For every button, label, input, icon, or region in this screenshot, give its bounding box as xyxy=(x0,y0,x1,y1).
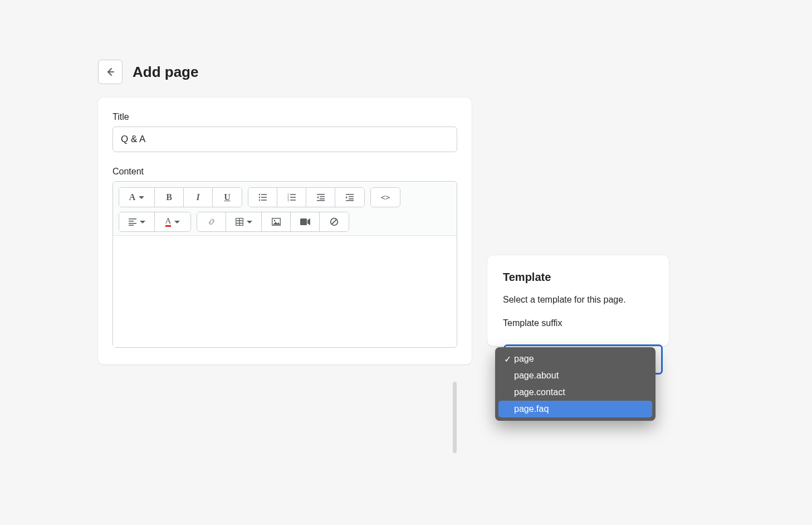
svg-point-29 xyxy=(273,220,275,222)
svg-rect-30 xyxy=(300,218,307,225)
arrow-left-icon xyxy=(105,66,116,77)
text-format-group: A B I U xyxy=(119,187,242,207)
svg-point-2 xyxy=(258,200,260,201)
page-title: Add page xyxy=(133,64,198,81)
svg-rect-16 xyxy=(346,194,354,195)
template-card: Template Select a template for this page… xyxy=(487,255,669,346)
svg-rect-21 xyxy=(129,221,134,222)
list-group: 123 xyxy=(248,187,365,207)
svg-rect-3 xyxy=(261,194,267,195)
template-card-title: Template xyxy=(503,271,653,284)
title-label: Title xyxy=(112,112,457,122)
editor-body[interactable] xyxy=(113,236,457,347)
dropdown-option-page-contact[interactable]: page.contact xyxy=(498,384,652,401)
numbered-list-button[interactable]: 123 xyxy=(277,188,306,207)
bold-icon: B xyxy=(166,192,172,202)
template-suffix-dropdown: ✓ page page.about page.contact page.faq xyxy=(495,347,656,421)
dropdown-option-label: page.faq xyxy=(514,404,549,414)
svg-rect-4 xyxy=(261,197,267,198)
bullet-list-icon xyxy=(258,193,267,202)
insert-group xyxy=(197,212,349,232)
numbered-list-icon: 123 xyxy=(287,193,296,202)
title-input[interactable] xyxy=(112,127,457,152)
svg-rect-19 xyxy=(346,200,354,201)
chevron-down-icon xyxy=(247,221,252,223)
link-button[interactable] xyxy=(197,212,226,231)
align-left-icon xyxy=(129,218,136,226)
underline-button[interactable]: U xyxy=(213,188,242,207)
chevron-down-icon xyxy=(174,221,180,223)
svg-rect-5 xyxy=(261,200,267,201)
italic-button[interactable]: I xyxy=(184,188,213,207)
scrollbar[interactable] xyxy=(453,382,457,453)
code-view-button[interactable]: <> xyxy=(371,188,400,207)
main-card: Title Content A B I xyxy=(98,98,472,364)
check-icon: ✓ xyxy=(503,354,512,364)
svg-rect-15 xyxy=(317,200,325,201)
back-button[interactable] xyxy=(98,60,123,84)
rich-text-editor: A B I U xyxy=(112,181,457,348)
code-group: <> xyxy=(370,187,400,207)
text-color-button[interactable]: A xyxy=(155,212,190,231)
table-button[interactable] xyxy=(226,212,262,231)
svg-rect-22 xyxy=(129,223,136,224)
svg-rect-10 xyxy=(290,197,296,198)
outdent-button[interactable] xyxy=(306,188,335,207)
svg-rect-17 xyxy=(349,196,354,197)
dropdown-option-page[interactable]: ✓ page xyxy=(498,351,652,367)
toolbar-row-1: A B I U xyxy=(119,187,451,207)
heading-icon: A xyxy=(129,192,136,202)
svg-rect-9 xyxy=(290,194,296,195)
text-color-icon: A xyxy=(165,217,172,227)
heading-button[interactable]: A xyxy=(119,188,155,207)
table-icon xyxy=(236,218,243,226)
chevron-down-icon xyxy=(140,221,145,223)
italic-icon: I xyxy=(196,192,199,202)
underline-icon: U xyxy=(224,192,231,202)
content-section: Content A B I xyxy=(112,167,457,348)
bold-button[interactable]: B xyxy=(155,188,184,207)
page-header: Add page xyxy=(98,60,198,84)
template-description: Select a template for this page. xyxy=(503,295,653,305)
svg-point-0 xyxy=(258,194,260,196)
code-icon: <> xyxy=(381,193,390,202)
svg-rect-12 xyxy=(317,194,325,195)
block-icon xyxy=(330,217,339,226)
indent-button[interactable] xyxy=(335,188,364,207)
video-icon xyxy=(300,218,310,225)
svg-point-1 xyxy=(258,197,260,198)
svg-rect-11 xyxy=(290,200,296,201)
svg-text:3: 3 xyxy=(287,198,289,202)
clear-format-button[interactable] xyxy=(320,212,349,231)
image-button[interactable] xyxy=(262,212,291,231)
svg-rect-23 xyxy=(129,225,134,226)
align-color-group: A xyxy=(119,212,191,232)
editor-toolbar: A B I U xyxy=(113,182,457,236)
image-icon xyxy=(272,218,281,226)
bullet-list-button[interactable] xyxy=(248,188,277,207)
align-button[interactable] xyxy=(119,212,155,231)
svg-line-32 xyxy=(332,220,337,225)
dropdown-option-label: page xyxy=(514,354,534,364)
link-icon xyxy=(207,217,216,226)
dropdown-option-label: page.contact xyxy=(514,387,565,397)
dropdown-option-page-faq[interactable]: page.faq xyxy=(498,401,652,417)
video-button[interactable] xyxy=(291,212,320,231)
svg-rect-14 xyxy=(320,198,325,200)
svg-rect-13 xyxy=(320,196,325,197)
template-suffix-label: Template suffix xyxy=(503,318,653,328)
indent-icon xyxy=(345,193,354,202)
svg-rect-18 xyxy=(349,198,354,200)
outdent-icon xyxy=(316,193,325,202)
dropdown-option-page-about[interactable]: page.about xyxy=(498,367,652,384)
chevron-down-icon xyxy=(139,196,144,199)
dropdown-option-label: page.about xyxy=(514,371,559,381)
toolbar-row-2: A xyxy=(119,212,451,232)
content-label: Content xyxy=(112,167,457,177)
svg-rect-20 xyxy=(129,218,136,220)
